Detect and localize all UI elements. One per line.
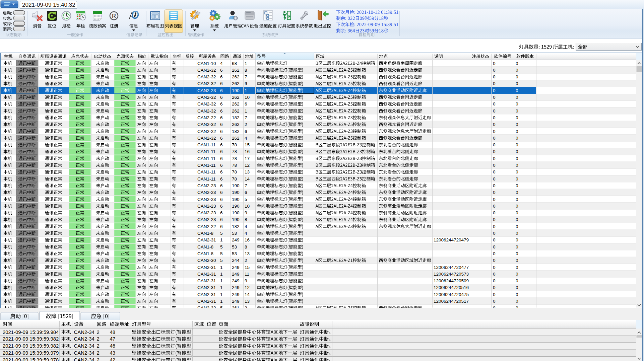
svg-text:7: 7 — [245, 115, 247, 120]
svg-text:4: 4 — [245, 224, 247, 229]
svg-text:6: 6 — [245, 129, 247, 134]
svg-text:249: 249 — [232, 272, 240, 277]
svg-text:2021-09-09 15:39:59.984: 2021-09-09 15:39:59.984 — [3, 330, 59, 335]
svg-text:8: 8 — [245, 68, 247, 73]
svg-text:0: 0 — [516, 190, 518, 195]
svg-text:6: 6 — [220, 217, 223, 222]
svg-text:0: 0 — [493, 197, 496, 202]
svg-text:6: 6 — [220, 142, 223, 147]
svg-text:0: 0 — [516, 272, 518, 277]
svg-text:5: 5 — [220, 258, 223, 263]
svg-text:R: R — [112, 13, 116, 19]
svg-text:262: 262 — [232, 109, 240, 114]
svg-text:CAN1-10: CAN1-10 — [197, 61, 216, 66]
svg-text:190: 190 — [232, 88, 240, 93]
svg-text:6: 6 — [220, 88, 223, 93]
svg-text:CAN2-22: CAN2-22 — [197, 129, 216, 134]
svg-text:CAN2-22: CAN2-22 — [197, 224, 216, 229]
svg-text:CAN2-23: CAN2-23 — [197, 204, 216, 209]
svg-text:0: 0 — [516, 299, 518, 304]
svg-text:8: 8 — [245, 244, 247, 249]
svg-text:0: 0 — [493, 265, 496, 270]
svg-text:6: 6 — [220, 156, 223, 161]
svg-text:5: 5 — [220, 244, 223, 249]
svg-text:0: 0 — [516, 244, 518, 249]
svg-text:0: 0 — [493, 156, 496, 161]
svg-text:6: 6 — [220, 169, 223, 174]
svg-text:12: 12 — [245, 163, 250, 168]
svg-text:262: 262 — [232, 122, 240, 127]
svg-text:2021-09-09 15:40:32: 2021-09-09 15:40:32 — [22, 2, 75, 8]
svg-text:249: 249 — [232, 299, 240, 304]
svg-text:9: 9 — [245, 210, 247, 215]
svg-text:CAN2-23: CAN2-23 — [197, 183, 216, 188]
svg-text:53: 53 — [232, 244, 237, 249]
svg-text:12006244720517: 12006244720517 — [434, 299, 469, 304]
svg-text:0: 0 — [516, 237, 518, 242]
svg-text:CAN2-32: CAN2-32 — [197, 81, 216, 86]
svg-text:2021-09-09 15:39:59.978: 2021-09-09 15:39:59.978 — [3, 357, 59, 361]
svg-text:2: 2 — [97, 350, 100, 356]
svg-text:0: 0 — [493, 61, 496, 66]
svg-text:0: 0 — [493, 74, 496, 79]
svg-text:CAN2-32: CAN2-32 — [197, 109, 216, 114]
svg-text:53: 53 — [232, 231, 237, 236]
svg-text:0: 0 — [516, 217, 518, 222]
svg-text:0: 0 — [516, 278, 518, 283]
svg-text:1: 1 — [220, 285, 223, 290]
svg-text:CAN1-8: CAN1-8 — [197, 251, 213, 256]
svg-text:CAN2-34: CAN2-34 — [74, 330, 94, 335]
svg-text:12: 12 — [245, 285, 250, 290]
svg-text:190: 190 — [232, 190, 240, 195]
svg-text:0: 0 — [493, 115, 496, 120]
svg-text:CAN1-11: CAN1-11 — [197, 149, 216, 154]
svg-text:78: 78 — [232, 163, 237, 168]
svg-text:78: 78 — [232, 142, 237, 147]
svg-text:CAN2-31: CAN2-31 — [197, 237, 216, 242]
svg-text:182: 182 — [232, 129, 240, 134]
svg-text:0: 0 — [493, 278, 496, 283]
svg-text:CAN2-32: CAN2-32 — [197, 136, 216, 141]
svg-text:182: 182 — [232, 115, 240, 120]
svg-text:1: 1 — [245, 109, 247, 114]
svg-text:190: 190 — [232, 183, 240, 188]
svg-text:12006244720475: 12006244720475 — [434, 292, 469, 297]
svg-text:CAN2-34: CAN2-34 — [74, 357, 94, 361]
svg-text:182: 182 — [232, 224, 240, 229]
svg-text:7: 7 — [245, 183, 247, 188]
svg-text:43: 43 — [110, 350, 116, 356]
svg-text:48: 48 — [110, 330, 116, 335]
svg-text:0: 0 — [516, 115, 518, 120]
svg-text:0: 0 — [516, 292, 518, 297]
svg-text:262: 262 — [232, 101, 240, 106]
svg-text:244: 244 — [232, 258, 240, 263]
svg-text:0: 0 — [493, 190, 496, 195]
svg-text:0: 0 — [516, 210, 518, 215]
svg-text:190: 190 — [232, 204, 240, 209]
svg-text:2021-09-09 15:39:59.979: 2021-09-09 15:39:59.979 — [3, 350, 59, 356]
svg-text:6: 6 — [220, 176, 223, 182]
svg-text:0: 0 — [493, 231, 496, 236]
svg-text:0: 0 — [493, 272, 496, 277]
svg-text:6: 6 — [220, 183, 223, 188]
svg-text:16: 16 — [245, 237, 250, 242]
svg-text:CAN2-32: CAN2-32 — [197, 101, 216, 106]
svg-text:0: 0 — [493, 88, 496, 93]
svg-text:6: 6 — [220, 109, 223, 114]
svg-text:0: 0 — [516, 156, 518, 161]
svg-text:249: 249 — [232, 285, 240, 290]
svg-text:0: 0 — [516, 149, 518, 154]
svg-text:0: 0 — [493, 217, 496, 222]
svg-text:6: 6 — [220, 81, 223, 86]
svg-text:CAN2-23: CAN2-23 — [197, 190, 216, 195]
svg-text:8: 8 — [245, 217, 247, 222]
svg-text:12006244720516: 12006244720516 — [434, 285, 469, 290]
svg-text:0: 0 — [516, 109, 518, 114]
svg-text:CAN2-23: CAN2-23 — [197, 210, 216, 215]
svg-text:4: 4 — [245, 231, 247, 236]
svg-text:78: 78 — [232, 169, 237, 174]
svg-text:10: 10 — [245, 95, 250, 100]
svg-text:6: 6 — [220, 101, 223, 106]
svg-text:0: 0 — [516, 163, 518, 168]
svg-text:6: 6 — [220, 74, 223, 79]
